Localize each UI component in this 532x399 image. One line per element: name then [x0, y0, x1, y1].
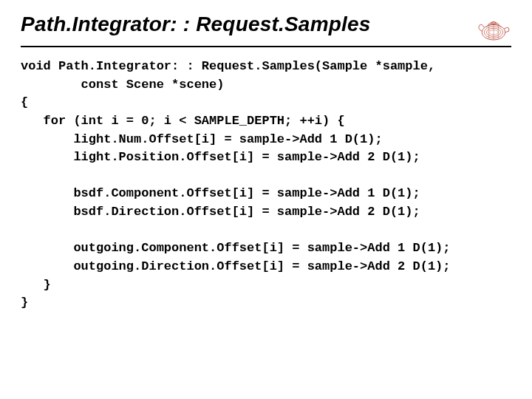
code-line: bsdf.Component.Offset[i] = sample->Add 1… [21, 186, 420, 200]
code-line: outgoing.Component.Offset[i] = sample->A… [21, 241, 451, 255]
code-line: const Scene *scene) [21, 78, 224, 92]
code-line: for (int i = 0; i < SAMPLE_DEPTH; ++i) { [21, 114, 345, 128]
code-line: light.Position.Offset[i] = sample->Add 2… [21, 150, 420, 164]
code-line: light.Num.Offset[i] = sample->Add 1 D(1)… [21, 132, 383, 146]
code-line: } [21, 278, 51, 292]
slide-container: Path.Integrator: : Request.Samples void … [0, 0, 532, 327]
code-block: void Path.Integrator: : Request.Samples(… [21, 58, 511, 313]
slide-header: Path.Integrator: : Request.Samples [21, 13, 511, 47]
code-line: } [21, 296, 28, 310]
code-line: void Path.Integrator: : Request.Samples(… [21, 59, 435, 73]
code-line: outgoing.Direction.Offset[i] = sample->A… [21, 259, 451, 273]
slide-title: Path.Integrator: : Request.Samples [21, 13, 371, 36]
teapot-icon [476, 15, 511, 43]
code-line: { [21, 95, 28, 109]
code-line: bsdf.Direction.Offset[i] = sample->Add 2… [21, 205, 420, 219]
